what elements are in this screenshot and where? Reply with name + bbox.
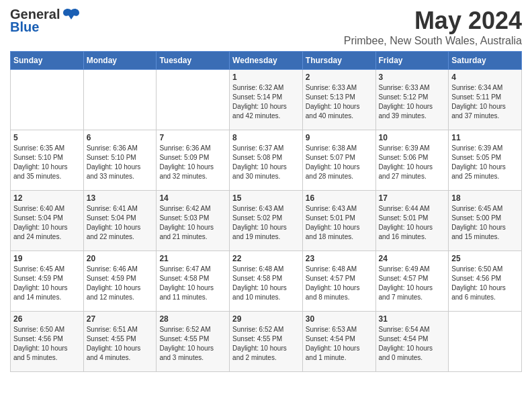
calendar-cell: 20Sunrise: 6:46 AMSunset: 4:59 PMDayligh… bbox=[83, 251, 157, 312]
day-info: Sunrise: 6:34 AMSunset: 5:11 PMDaylight:… bbox=[451, 83, 519, 121]
day-info: Sunrise: 6:38 AMSunset: 5:07 PMDaylight:… bbox=[306, 144, 373, 181]
calendar-table: SundayMondayTuesdayWednesdayThursdayFrid… bbox=[10, 51, 522, 372]
day-info: Sunrise: 6:54 AMSunset: 4:54 PMDaylight:… bbox=[379, 325, 446, 363]
day-info: Sunrise: 6:39 AMSunset: 5:05 PMDaylight:… bbox=[451, 144, 519, 181]
day-number: 14 bbox=[159, 193, 226, 203]
day-number: 11 bbox=[451, 133, 519, 142]
day-info: Sunrise: 6:43 AMSunset: 5:02 PMDaylight:… bbox=[232, 204, 300, 242]
calendar-week-row: 5Sunrise: 6:35 AMSunset: 5:10 PMDaylight… bbox=[11, 130, 522, 191]
calendar-week-row: 1Sunrise: 6:32 AMSunset: 5:14 PMDaylight… bbox=[11, 70, 522, 130]
calendar-cell: 31Sunrise: 6:54 AMSunset: 4:54 PMDayligh… bbox=[375, 312, 449, 372]
day-number: 24 bbox=[379, 254, 446, 263]
day-number: 1 bbox=[232, 73, 300, 82]
calendar-cell: 3Sunrise: 6:33 AMSunset: 5:12 PMDaylight… bbox=[375, 70, 449, 130]
logo-bird-icon bbox=[62, 7, 81, 22]
day-info: Sunrise: 6:36 AMSunset: 5:09 PMDaylight:… bbox=[159, 144, 226, 181]
day-number: 19 bbox=[13, 254, 81, 263]
calendar-cell bbox=[11, 70, 84, 130]
calendar-cell: 18Sunrise: 6:45 AMSunset: 5:00 PMDayligh… bbox=[449, 191, 522, 251]
day-number: 18 bbox=[451, 193, 519, 203]
day-info: Sunrise: 6:42 AMSunset: 5:03 PMDaylight:… bbox=[159, 204, 226, 242]
calendar-cell: 12Sunrise: 6:40 AMSunset: 5:04 PMDayligh… bbox=[11, 191, 84, 251]
day-info: Sunrise: 6:47 AMSunset: 4:58 PMDaylight:… bbox=[159, 265, 226, 302]
day-info: Sunrise: 6:50 AMSunset: 4:56 PMDaylight:… bbox=[13, 325, 81, 363]
day-info: Sunrise: 6:40 AMSunset: 5:04 PMDaylight:… bbox=[13, 204, 81, 242]
day-number: 13 bbox=[87, 193, 154, 203]
calendar-cell: 13Sunrise: 6:41 AMSunset: 5:04 PMDayligh… bbox=[83, 191, 157, 251]
day-info: Sunrise: 6:39 AMSunset: 5:06 PMDaylight:… bbox=[379, 144, 446, 181]
calendar-cell: 11Sunrise: 6:39 AMSunset: 5:05 PMDayligh… bbox=[449, 130, 522, 191]
title-block: May 2024 Primbee, New South Wales, Austr… bbox=[344, 7, 522, 47]
logo-blue: Blue bbox=[10, 19, 39, 35]
calendar-cell: 17Sunrise: 6:44 AMSunset: 5:01 PMDayligh… bbox=[375, 191, 449, 251]
day-number: 20 bbox=[87, 254, 154, 263]
day-info: Sunrise: 6:52 AMSunset: 4:55 PMDaylight:… bbox=[232, 325, 300, 363]
day-number: 15 bbox=[232, 193, 300, 203]
header-thursday: Thursday bbox=[302, 52, 375, 70]
calendar-cell: 25Sunrise: 6:50 AMSunset: 4:56 PMDayligh… bbox=[449, 251, 522, 312]
calendar-cell: 30Sunrise: 6:53 AMSunset: 4:54 PMDayligh… bbox=[302, 312, 375, 372]
calendar-cell: 26Sunrise: 6:50 AMSunset: 4:56 PMDayligh… bbox=[11, 312, 84, 372]
day-number: 17 bbox=[379, 193, 446, 203]
calendar-cell: 19Sunrise: 6:45 AMSunset: 4:59 PMDayligh… bbox=[11, 251, 84, 312]
calendar-cell bbox=[157, 70, 230, 130]
day-number: 22 bbox=[232, 254, 300, 263]
day-number: 31 bbox=[379, 314, 446, 324]
calendar-cell: 8Sunrise: 6:37 AMSunset: 5:08 PMDaylight… bbox=[230, 130, 303, 191]
location-title: Primbee, New South Wales, Australia bbox=[344, 35, 522, 47]
day-info: Sunrise: 6:53 AMSunset: 4:54 PMDaylight:… bbox=[306, 325, 373, 363]
day-number: 29 bbox=[232, 314, 300, 324]
calendar-cell: 2Sunrise: 6:33 AMSunset: 5:13 PMDaylight… bbox=[302, 70, 375, 130]
calendar-cell: 16Sunrise: 6:43 AMSunset: 5:01 PMDayligh… bbox=[302, 191, 375, 251]
logo: General Blue bbox=[10, 7, 81, 35]
day-info: Sunrise: 6:45 AMSunset: 5:00 PMDaylight:… bbox=[451, 204, 519, 242]
calendar-header-row: SundayMondayTuesdayWednesdayThursdayFrid… bbox=[11, 52, 522, 70]
calendar-cell bbox=[449, 312, 522, 372]
day-info: Sunrise: 6:33 AMSunset: 5:13 PMDaylight:… bbox=[306, 83, 373, 121]
month-title: May 2024 bbox=[344, 7, 522, 35]
calendar-cell: 24Sunrise: 6:49 AMSunset: 4:57 PMDayligh… bbox=[375, 251, 449, 312]
calendar-cell bbox=[83, 70, 157, 130]
calendar-week-row: 12Sunrise: 6:40 AMSunset: 5:04 PMDayligh… bbox=[11, 191, 522, 251]
calendar-cell: 5Sunrise: 6:35 AMSunset: 5:10 PMDaylight… bbox=[11, 130, 84, 191]
calendar-week-row: 19Sunrise: 6:45 AMSunset: 4:59 PMDayligh… bbox=[11, 251, 522, 312]
day-info: Sunrise: 6:32 AMSunset: 5:14 PMDaylight:… bbox=[232, 83, 300, 121]
calendar-cell: 7Sunrise: 6:36 AMSunset: 5:09 PMDaylight… bbox=[157, 130, 230, 191]
day-number: 2 bbox=[306, 73, 373, 82]
calendar-cell: 23Sunrise: 6:48 AMSunset: 4:57 PMDayligh… bbox=[302, 251, 375, 312]
calendar-cell: 14Sunrise: 6:42 AMSunset: 5:03 PMDayligh… bbox=[157, 191, 230, 251]
day-info: Sunrise: 6:43 AMSunset: 5:01 PMDaylight:… bbox=[306, 204, 373, 242]
day-info: Sunrise: 6:51 AMSunset: 4:55 PMDaylight:… bbox=[87, 325, 154, 363]
header-friday: Friday bbox=[375, 52, 449, 70]
day-info: Sunrise: 6:41 AMSunset: 5:04 PMDaylight:… bbox=[87, 204, 154, 242]
header-wednesday: Wednesday bbox=[230, 52, 303, 70]
calendar-cell: 10Sunrise: 6:39 AMSunset: 5:06 PMDayligh… bbox=[375, 130, 449, 191]
calendar-cell: 6Sunrise: 6:36 AMSunset: 5:10 PMDaylight… bbox=[83, 130, 157, 191]
header-saturday: Saturday bbox=[449, 52, 522, 70]
page-header: General Blue May 2024 Primbee, New South… bbox=[10, 7, 522, 47]
calendar-cell: 1Sunrise: 6:32 AMSunset: 5:14 PMDaylight… bbox=[230, 70, 303, 130]
calendar-cell: 29Sunrise: 6:52 AMSunset: 4:55 PMDayligh… bbox=[230, 312, 303, 372]
day-number: 25 bbox=[451, 254, 519, 263]
day-number: 10 bbox=[379, 133, 446, 142]
day-info: Sunrise: 6:33 AMSunset: 5:12 PMDaylight:… bbox=[379, 83, 446, 121]
header-sunday: Sunday bbox=[11, 52, 84, 70]
day-number: 26 bbox=[13, 314, 81, 324]
day-number: 30 bbox=[306, 314, 373, 324]
day-number: 16 bbox=[306, 193, 373, 203]
day-info: Sunrise: 6:52 AMSunset: 4:55 PMDaylight:… bbox=[159, 325, 226, 363]
day-info: Sunrise: 6:46 AMSunset: 4:59 PMDaylight:… bbox=[87, 265, 154, 302]
calendar-cell: 15Sunrise: 6:43 AMSunset: 5:02 PMDayligh… bbox=[230, 191, 303, 251]
day-info: Sunrise: 6:37 AMSunset: 5:08 PMDaylight:… bbox=[232, 144, 300, 181]
day-info: Sunrise: 6:35 AMSunset: 5:10 PMDaylight:… bbox=[13, 144, 81, 181]
day-number: 5 bbox=[13, 133, 81, 142]
day-number: 7 bbox=[159, 133, 226, 142]
header-tuesday: Tuesday bbox=[157, 52, 230, 70]
day-number: 12 bbox=[13, 193, 81, 203]
calendar-cell: 21Sunrise: 6:47 AMSunset: 4:58 PMDayligh… bbox=[157, 251, 230, 312]
calendar-cell: 28Sunrise: 6:52 AMSunset: 4:55 PMDayligh… bbox=[157, 312, 230, 372]
day-number: 4 bbox=[451, 73, 519, 82]
day-info: Sunrise: 6:50 AMSunset: 4:56 PMDaylight:… bbox=[451, 265, 519, 302]
calendar-cell: 4Sunrise: 6:34 AMSunset: 5:11 PMDaylight… bbox=[449, 70, 522, 130]
calendar-week-row: 26Sunrise: 6:50 AMSunset: 4:56 PMDayligh… bbox=[11, 312, 522, 372]
